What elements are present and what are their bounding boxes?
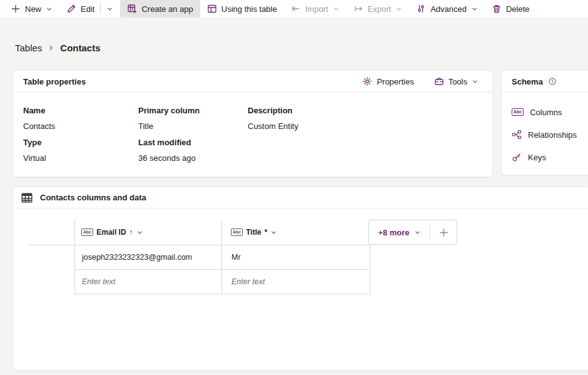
column-header-email-id-label: Email ID	[96, 228, 126, 237]
grid-line	[74, 294, 370, 294]
relationships-icon	[512, 130, 522, 140]
chevron-down-icon	[395, 6, 402, 13]
new-button[interactable]: New	[4, 0, 59, 18]
tools-button-label: Tools	[449, 77, 467, 86]
text-abc-icon: Abc	[81, 229, 93, 236]
table-icon	[207, 4, 217, 14]
info-icon[interactable]	[548, 77, 557, 86]
table-add-icon	[127, 4, 137, 14]
command-bar: New Edit Create an app Using this table …	[0, 0, 588, 18]
table-properties-header: Table properties Properties Tools	[13, 71, 492, 93]
chevron-down-icon	[472, 78, 479, 85]
edit-button[interactable]: Edit	[59, 0, 120, 18]
more-columns-label: +8 more	[378, 228, 409, 237]
using-this-table-label: Using this table	[221, 4, 277, 14]
delete-button-label: Delete	[506, 4, 530, 14]
new-row-email-cell[interactable]: Enter text	[75, 270, 221, 293]
advanced-button-label: Advanced	[430, 4, 467, 14]
create-an-app-button[interactable]: Create an app	[120, 0, 200, 18]
import-button-label: Import	[305, 4, 328, 14]
export-button-label: Export	[368, 4, 392, 14]
table-properties-card: Table properties Properties Tools Name C…	[13, 70, 493, 177]
chevron-down-icon	[333, 6, 340, 13]
type-label: Type	[23, 137, 138, 148]
export-icon	[353, 4, 363, 14]
new-row-title-cell[interactable]: Enter text	[222, 270, 370, 293]
chevron-down-icon	[471, 6, 478, 13]
gear-icon	[362, 76, 372, 86]
required-indicator: *	[265, 228, 268, 237]
plus-icon	[438, 227, 449, 238]
pencil-icon	[66, 4, 76, 14]
table-properties-body: Name Contacts Type Virtual Primary colum…	[13, 93, 492, 169]
tools-button[interactable]: Tools	[430, 76, 482, 87]
schema-items: Abc Columns Relationships Keys	[502, 93, 588, 168]
toolbox-icon	[434, 76, 444, 86]
schema-title: Schema	[512, 77, 543, 86]
properties-column-3: Description Custom Entity	[248, 105, 482, 169]
schema-item-columns[interactable]: Abc Columns	[512, 101, 588, 123]
schema-columns-label: Columns	[530, 108, 562, 117]
cell-email-row1[interactable]: joseph2323232323@gmail.com	[75, 245, 221, 269]
columns-data-title: Contacts columns and data	[40, 193, 146, 202]
new-button-label: New	[25, 4, 41, 14]
table-properties-actions: Properties Tools	[358, 76, 482, 87]
column-header-title[interactable]: Abc Title *	[222, 220, 370, 244]
more-columns-container: +8 more	[368, 220, 457, 245]
sort-ascending-indicator: ↑	[129, 228, 133, 237]
text-abc-icon: Abc	[231, 229, 243, 236]
columns-data-header: Contacts columns and data	[13, 187, 588, 208]
chevron-down-icon	[270, 229, 277, 236]
edit-button-label: Edit	[81, 4, 94, 14]
table-grid-icon	[21, 192, 33, 203]
chevron-down-icon	[414, 229, 421, 236]
name-value: Contacts	[23, 121, 138, 132]
breadcrumb-current: Contacts	[60, 43, 100, 53]
properties-column-1: Name Contacts Type Virtual	[23, 105, 138, 169]
properties-button[interactable]: Properties	[358, 76, 417, 87]
breadcrumb: Tables Contacts	[15, 43, 101, 53]
name-label: Name	[23, 105, 138, 116]
column-header-email-id[interactable]: Abc Email ID ↑	[75, 220, 221, 244]
import-button[interactable]: Import	[284, 0, 347, 18]
export-button[interactable]: Export	[347, 0, 410, 18]
schema-relationships-label: Relationships	[528, 130, 577, 140]
schema-header: Schema	[502, 71, 588, 93]
chevron-right-icon	[48, 44, 54, 51]
properties-button-label: Properties	[377, 77, 413, 86]
advanced-button[interactable]: Advanced	[409, 0, 485, 18]
trash-icon	[492, 4, 502, 14]
plus-icon	[11, 4, 21, 14]
more-columns-button[interactable]: +8 more	[369, 228, 430, 237]
sliders-icon	[416, 4, 426, 14]
properties-column-2: Primary column Title Last modified 36 se…	[138, 105, 248, 169]
chevron-down-icon	[136, 229, 143, 236]
breadcrumb-tables-link[interactable]: Tables	[15, 43, 42, 53]
cell-email-row1-value: joseph2323232323@gmail.com	[82, 253, 192, 262]
cell-title-row1-value: Mr	[231, 253, 241, 262]
cell-title-row1[interactable]: Mr	[222, 245, 370, 269]
table-properties-title: Table properties	[23, 77, 86, 86]
description-label: Description	[248, 105, 482, 116]
chevron-down-icon	[46, 6, 53, 13]
edit-split-divider	[100, 4, 101, 14]
primary-column-value: Title	[138, 121, 248, 132]
text-abc-icon: Abc	[512, 108, 524, 116]
schema-keys-label: Keys	[528, 153, 546, 162]
columns-data-card: Contacts columns and data Abc Email ID ↑…	[13, 187, 588, 371]
add-column-button[interactable]	[430, 227, 457, 239]
column-header-title-label: Title	[246, 228, 261, 237]
schema-item-relationships[interactable]: Relationships	[512, 123, 588, 146]
last-modified-value: 36 seconds ago	[138, 153, 248, 164]
primary-column-label: Primary column	[138, 105, 248, 116]
chevron-down-icon	[106, 6, 113, 13]
new-row-title-placeholder: Enter text	[231, 277, 265, 286]
key-icon	[512, 152, 522, 162]
schema-item-keys[interactable]: Keys	[512, 146, 588, 168]
schema-card: Schema Abc Columns Relationships Keys	[501, 70, 588, 175]
description-value: Custom Entity	[248, 121, 482, 132]
delete-button[interactable]: Delete	[485, 0, 537, 18]
new-row-email-placeholder: Enter text	[82, 277, 116, 286]
last-modified-label: Last modified	[138, 137, 248, 148]
using-this-table-button[interactable]: Using this table	[200, 0, 284, 18]
